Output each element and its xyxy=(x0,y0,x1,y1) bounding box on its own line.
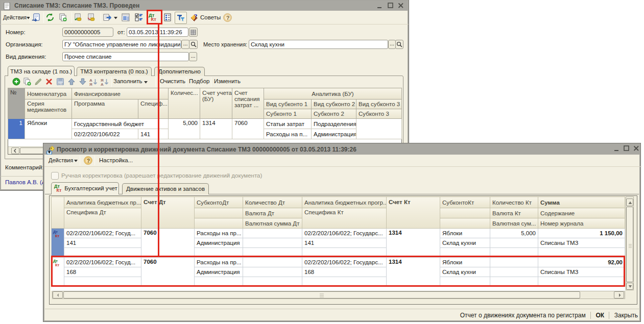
svg-text:ЕОК: ЕОК xyxy=(58,83,63,85)
svg-text:?: ? xyxy=(194,12,198,20)
svg-text:Кт: Кт xyxy=(55,234,60,238)
svg-text:?: ? xyxy=(87,158,90,164)
svg-text:Кт: Кт xyxy=(57,188,62,192)
svg-text:А: А xyxy=(101,82,104,86)
svg-text:?: ? xyxy=(226,15,230,21)
svg-text:Я: Я xyxy=(89,82,92,86)
